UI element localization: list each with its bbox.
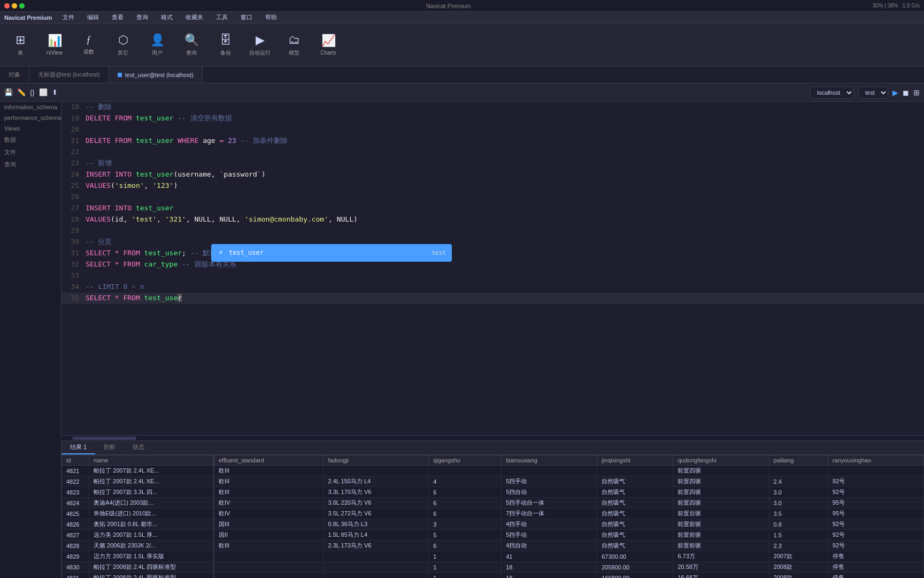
tab-bar: 对象 无标题@test (localhost) test_user@test (… [0,66,924,83]
maximize-button[interactable] [19,3,25,9]
results-left-panel[interactable]: id name 4821帕拉丁 2007款 2.4L XE...4822帕拉丁 … [61,455,214,578]
sidebar-item-files[interactable]: 文件 [0,146,61,158]
menu-view[interactable]: 查看 [110,12,126,22]
table-row[interactable]: 4823帕拉丁 2007款 3.3L 四... [62,487,213,498]
table-row[interactable]: 国III0.8L 36马力 L334挡手动自然吸气前置前驱0.892号 [214,519,924,530]
import-icon[interactable]: ⬆ [52,88,58,96]
run-button[interactable]: ▶ [892,88,898,97]
storage-status: 1.0 G/s [903,3,920,9]
sidebar-item-views[interactable]: Views [0,123,61,134]
menu-edit[interactable]: 编辑 [85,12,101,22]
table-row[interactable]: 4824奥迪A4(进口) 2003款... [62,498,213,508]
menu-file[interactable]: 文件 [60,12,76,22]
table-row[interactable]: 欧III2.4L 150马力 L445挡手动自然吸气前置四驱2.492号 [214,476,924,487]
sidebar-item-performance-schema[interactable]: performance_schema [0,112,61,123]
cell-effluent_standard [214,551,324,562]
cell-biansuxiang: 5挡自动 [502,487,597,498]
cell-ranyouxinghao: 92号 [828,519,923,530]
autocomplete-item-test-user[interactable]: ⊞ test_user test [212,245,451,261]
app-brand: Navicat Premium [4,14,52,21]
cell-name: 帕拉丁 2007款 2.4L XE... [89,466,213,476]
toolbar-other[interactable]: ⬡ 其它 [107,26,139,64]
table-row[interactable]: 4829迈力方 2007款 1.5L 厚实版 [62,551,213,562]
col-qigangshu: qigangshu [429,455,502,466]
autocomplete-dropdown[interactable]: ⊞ test_user test [211,244,452,262]
sidebar-item-query[interactable]: 查询 [0,158,61,171]
sidebar-item-data[interactable]: 数据 [0,134,61,146]
sidebar-item-information-schema[interactable]: information_schema [0,102,61,112]
menu-window[interactable]: 窗口 [238,12,255,22]
tab-test-user-label: test_user@test (localhost) [125,72,194,78]
menu-favorites[interactable]: 收藏夹 [183,12,205,22]
sql-editor[interactable]: 18 -- 删除 19 DELETE FROM test_user -- 清空所… [61,102,924,435]
toolbar-rsview[interactable]: 📊 rsView [38,26,71,64]
model-icon: 🗂 [288,33,300,47]
tab-objects[interactable]: 对象 [0,66,29,83]
table-row[interactable]: 国II1.5L 85马力 L455挡手动自然吸气前置前驱1.592号 [214,530,924,541]
table-row[interactable]: 4825奔驰E级(进口) 2010款... [62,508,213,519]
explain-button[interactable]: ⊞ [913,88,920,97]
menu-help[interactable]: 帮助 [263,12,279,22]
table-row[interactable]: 欧III2.3L 173马力 V664挡自动自然吸气前置前驱2.392号 [214,541,924,551]
toolbar-autorun[interactable]: ▶ 自动运行 [244,26,276,64]
toolbar-backup[interactable]: 🗄 备份 [210,26,242,64]
editor-scrollbar-thumb[interactable] [72,437,136,440]
window-controls[interactable] [4,3,25,9]
results-tab-profiling[interactable]: 剖析 [95,441,124,454]
cell-ranyouxinghao: 92号 [828,541,923,551]
table-row[interactable]: 118166800.0016.68万2008款停售 [214,573,924,579]
cell-id: 4830 [62,562,89,573]
toolbar-table[interactable]: ⊞ 表 [4,26,36,64]
table-row[interactable]: 4827远力美 2007款 1.5L 厚... [62,530,213,541]
table-row[interactable]: 4831帕拉丁 2008款 2.4L 两驱标准型 [62,573,213,579]
database-select[interactable]: test [858,87,888,98]
cell-jinqixingshi: 205800.00 [597,562,673,573]
code-icon[interactable]: {} [30,88,35,96]
cell-qigangshu: 6 [429,508,502,519]
format-icon[interactable]: ⬜ [39,88,48,96]
table-row[interactable]: 欧IV3.5L 272马力 V667挡手动自一体自然吸气前置后驱3.595号 [214,508,924,519]
toolbar-user[interactable]: 👤 用户 [141,26,173,64]
tab-untitled[interactable]: 无标题@test (localhost) [29,66,109,83]
cell-biansuxiang: 7挡手动自一体 [502,508,597,519]
cell-fadongji: 3.0L 220马力 V6 [324,498,429,508]
cell-name: 远力美 2007款 1.5L 厚... [89,530,213,541]
toolbar-formula[interactable]: ƒ 函数 [73,26,105,64]
menu-format[interactable]: 格式 [159,12,175,22]
cell-id: 4831 [62,573,89,579]
stop-button[interactable]: ◼ [903,88,909,97]
table-row[interactable]: 14167300.006.73万2007款停售 [214,551,924,562]
cell-jinqixingshi [597,466,673,476]
system-bar: Navicat Premium 30% | 38% 1.0 G/s [0,0,924,12]
table-row[interactable]: 4828天籁 2006款 230JK 2/... [62,541,213,551]
toolbar-model[interactable]: 🗂 模型 [278,26,310,64]
connection-bar: 💾 ✏️ {} ⬜ ⬆ localhost test ▶ ◼ ⊞ [0,83,924,102]
query-icon: 🔍 [184,33,199,47]
table-row[interactable]: 4826奥拓 2001款 0.8L 都市... [62,519,213,530]
menu-tools[interactable]: 工具 [214,12,230,22]
tab-test-user[interactable]: test_user@test (localhost) [109,66,203,83]
col-ranyouxinghao: ranyouxinghao [828,455,923,466]
save-icon[interactable]: 💾 [4,88,13,96]
menu-query[interactable]: 查询 [134,12,150,22]
table-row[interactable]: 118205800.0020.58万2008款停售 [214,562,924,573]
close-button[interactable] [4,3,10,9]
minimize-button[interactable] [12,3,17,9]
host-select[interactable]: localhost [810,87,854,98]
table-row[interactable]: 欧III3.3L 170马力 V665挡自动自然吸气前置四驱3.092号 [214,487,924,498]
editor-scrollbar[interactable] [61,435,924,440]
table-row[interactable]: 欧IV3.0L 220马力 V665挡手动自一体自然吸气前置四驱3.095号 [214,498,924,508]
table-row[interactable]: 欧III前置四驱 [214,466,924,476]
cell-biansuxiang: 5挡手动 [502,530,597,541]
table-row[interactable]: 4821帕拉丁 2007款 2.4L XE... [62,466,213,476]
toolbar-charts[interactable]: 📈 Charts [312,26,344,64]
toolbar-query[interactable]: 🔍 查询 [175,26,207,64]
cell-qudongfangshi: 前置前驱 [673,519,769,530]
results-tab-results[interactable]: 结果 1 [61,441,95,454]
table-row[interactable]: 4822帕拉丁 2007款 2.4L XE... [62,476,213,487]
cell-ranyouxinghao: 92号 [828,476,923,487]
results-tab-status[interactable]: 状态 [124,441,153,454]
results-right-panel[interactable]: effluent_standardfadongjiqigangshubiansu… [214,455,924,578]
edit-icon[interactable]: ✏️ [17,88,26,96]
table-row[interactable]: 4830帕拉丁 2008款 2.4L 四驱标准型 [62,562,213,573]
